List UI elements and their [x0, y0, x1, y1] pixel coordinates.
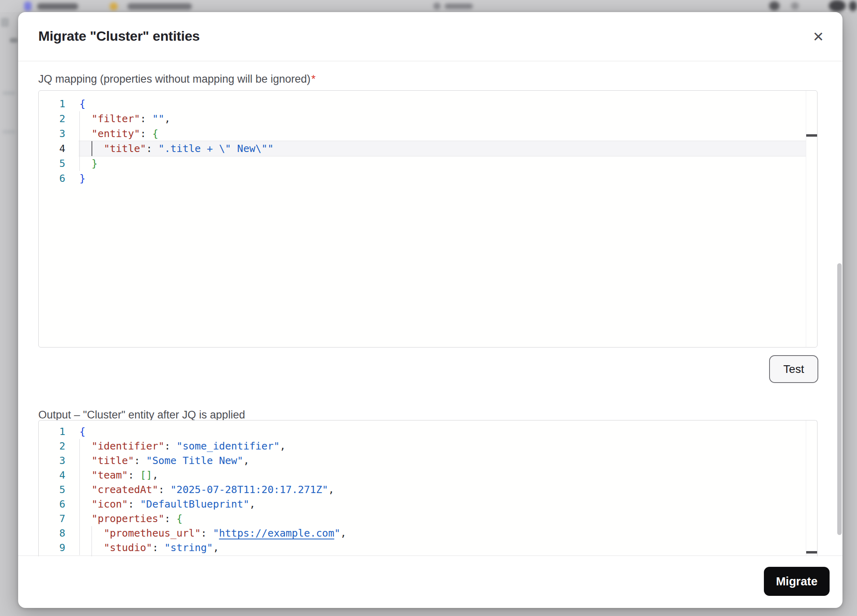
modal-scrollbar-thumb[interactable] [837, 263, 842, 535]
blurred-tab-label [37, 3, 78, 10]
line-number: 4 [39, 141, 65, 156]
blurred-search-icon [433, 2, 441, 10]
code-text: "studio": "string", [65, 541, 219, 555]
code-text: "identifier": "some_identifier", [65, 439, 286, 454]
code-text: { [65, 96, 85, 111]
line-number: 9 [39, 541, 65, 555]
indent-guide-level-2 [92, 526, 92, 556]
line-number: 3 [39, 454, 65, 468]
jq-mapping-editor[interactable]: 1{2 "filter": "",3 "entity": {4 "title":… [38, 90, 817, 348]
indent-guide [79, 439, 80, 555]
code-line[interactable]: 3 "title": "Some Title New", [39, 454, 817, 468]
overview-ruler[interactable] [806, 91, 817, 347]
code-text: "title": ".title + \" New\"" [65, 141, 274, 156]
line-number: 1 [39, 96, 65, 111]
code-line[interactable]: 9 "studio": "string", [39, 541, 817, 555]
blurred-dot-icon [110, 2, 118, 10]
code-text: "filter": "", [65, 111, 171, 126]
output-editor-lines: 1{2 "identifier": "some_identifier",3 "t… [39, 420, 817, 555]
output-label: Output – "Cluster" entity after JQ is ap… [38, 409, 245, 421]
migrate-entities-modal: Migrate "Cluster" entities ✕ JQ mapping … [18, 12, 842, 608]
line-number: 6 [39, 497, 65, 512]
jq-mapping-label-text: JQ mapping (properties without mapping w… [38, 73, 310, 85]
jq-editor-lines: 1{2 "filter": "",3 "entity": {4 "title":… [39, 91, 817, 186]
header-divider [18, 61, 842, 61]
code-line[interactable]: 5 "createdAt": "2025-07-28T11:20:17.271Z… [39, 483, 817, 497]
code-text: "prometheus_url": "https://example.com", [65, 526, 346, 541]
footer-divider [18, 556, 842, 556]
indent-guide [79, 111, 80, 171]
line-number: 2 [39, 439, 65, 454]
code-line[interactable]: 4 "title": ".title + \" New\"" [39, 141, 817, 156]
overview-ruler[interactable] [806, 420, 817, 556]
code-line[interactable]: 1{ [39, 96, 817, 111]
background-topbar [0, 0, 857, 12]
modal-title: Migrate "Cluster" entities [38, 28, 200, 44]
line-number: 8 [39, 526, 65, 541]
blurred-corner-icon [849, 1, 857, 11]
code-line[interactable]: 4 "team": [], [39, 468, 817, 483]
line-number: 7 [39, 512, 65, 526]
line-number: 5 [39, 156, 65, 171]
code-line[interactable]: 2 "filter": "", [39, 111, 817, 126]
blurred-sidebar-item [2, 91, 15, 95]
code-line[interactable]: 3 "entity": { [39, 126, 817, 141]
line-number: 5 [39, 483, 65, 497]
migrate-button[interactable]: Migrate [764, 567, 830, 596]
cursor-position-marker [806, 551, 817, 554]
line-number: 2 [39, 111, 65, 126]
blurred-tab-label-2 [127, 3, 192, 10]
blurred-sidebar-item-2 [2, 130, 15, 134]
blurred-avatar [829, 0, 846, 12]
code-line[interactable]: 1{ [39, 425, 817, 439]
blurred-search-label [445, 4, 473, 9]
test-button[interactable]: Test [769, 355, 818, 383]
code-line[interactable]: 6 "icon": "DefaultBlueprint", [39, 497, 817, 512]
code-line[interactable]: 7 "properties": { [39, 512, 817, 526]
blurred-app-icon [24, 2, 31, 11]
close-icon[interactable]: ✕ [807, 26, 829, 48]
code-text: "icon": "DefaultBlueprint", [65, 497, 256, 512]
code-line[interactable]: 8 "prometheus_url": "https://example.com… [39, 526, 817, 541]
output-editor[interactable]: 1{2 "identifier": "some_identifier",3 "t… [38, 420, 817, 556]
code-text: "title": "Some Title New", [65, 454, 249, 468]
code-text: } [65, 171, 85, 186]
code-line[interactable]: 2 "identifier": "some_identifier", [39, 439, 817, 454]
code-text: { [65, 425, 85, 439]
blurred-sidebar-mark [10, 38, 18, 43]
cursor-position-marker [806, 134, 817, 137]
code-line[interactable]: 6} [39, 171, 817, 186]
blurred-toolbar-icon [769, 1, 780, 10]
code-text: "createdAt": "2025-07-28T11:20:17.271Z", [65, 483, 334, 497]
code-text: } [65, 156, 98, 171]
blurred-toolbar-icon-2 [791, 2, 799, 10]
jq-mapping-label: JQ mapping (properties without mapping w… [38, 73, 316, 85]
line-number: 1 [39, 425, 65, 439]
code-text: "properties": { [65, 512, 183, 526]
line-number: 3 [39, 126, 65, 141]
line-number: 6 [39, 171, 65, 186]
line-number: 4 [39, 468, 65, 483]
required-asterisk: * [311, 73, 316, 85]
blurred-sidebar-button [1, 18, 9, 27]
text-cursor [92, 141, 92, 156]
code-line[interactable]: 5 } [39, 156, 817, 171]
